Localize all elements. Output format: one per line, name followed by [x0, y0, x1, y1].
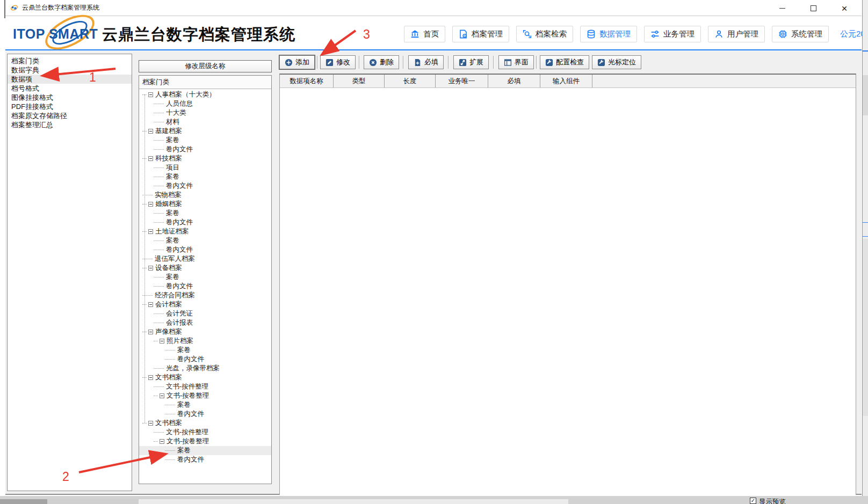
tree-node[interactable]: 科技档案: [139, 154, 271, 163]
tree-node[interactable]: 退伍军人档案: [139, 254, 271, 264]
collapse-icon[interactable]: [148, 229, 153, 234]
tree-node[interactable]: 卷内文件: [139, 355, 271, 364]
close-button[interactable]: ×: [837, 1, 852, 15]
sidebar-item[interactable]: PDF挂接格式: [8, 102, 132, 111]
toolbar-button-edit[interactable]: 修改: [320, 55, 356, 69]
tree-node[interactable]: 案卷: [139, 236, 271, 245]
tree-node-label: 卷内文件: [166, 245, 193, 254]
collapse-icon[interactable]: [160, 339, 164, 344]
tree-node[interactable]: 卷内文件: [139, 455, 271, 464]
sidebar-item[interactable]: 档案整理汇总: [8, 120, 132, 129]
collapse-icon[interactable]: [148, 266, 153, 271]
tree-node[interactable]: 案卷: [139, 209, 271, 218]
background-artifact: [863, 50, 868, 52]
collapse-icon[interactable]: [148, 92, 153, 97]
sidebar-item[interactable]: 档案原文存储路径: [8, 111, 132, 120]
tree-node[interactable]: 人员信息: [139, 99, 271, 108]
tree-node[interactable]: 婚姻档案: [139, 200, 271, 209]
toolbar-button-ui[interactable]: 界面: [498, 55, 534, 69]
tree-node[interactable]: 光盘，录像带档案: [139, 364, 271, 373]
collapse-icon[interactable]: [148, 129, 153, 134]
tree-node[interactable]: 卷内文件: [139, 218, 271, 227]
tree-connector-line: [142, 200, 147, 204]
nav-button-database[interactable]: 数据管理: [580, 26, 637, 42]
column-header-5[interactable]: 输入组件: [540, 75, 592, 87]
tree-node[interactable]: 文书档案: [139, 419, 271, 428]
tree-node[interactable]: 项目: [139, 163, 271, 172]
tree-node[interactable]: 案卷: [139, 136, 271, 145]
tree-node[interactable]: 十大类: [139, 108, 271, 118]
sidebar-item[interactable]: 档号格式: [8, 84, 132, 93]
column-header-0[interactable]: 数据项名称: [280, 75, 334, 87]
minimize-button[interactable]: [775, 1, 790, 15]
tree-node[interactable]: 人事档案（十大类）: [139, 90, 271, 99]
tree-node[interactable]: 案卷: [139, 273, 271, 282]
tree-node[interactable]: 卷内文件: [139, 410, 271, 419]
column-header-1[interactable]: 类型: [334, 75, 385, 87]
tree-node[interactable]: 会计档案: [139, 300, 271, 309]
rename-level-button[interactable]: 修改层级名称: [139, 60, 272, 72]
column-header-4[interactable]: 必填: [488, 75, 540, 87]
tree-connector-line: [154, 181, 164, 186]
delete-icon: [369, 59, 377, 67]
nav-button-home[interactable]: 首页: [404, 26, 445, 42]
tree-node[interactable]: 经济合同档案: [139, 291, 271, 300]
toolbar-button-delete[interactable]: 删除: [364, 55, 399, 69]
tree-node[interactable]: 文书档案: [139, 373, 271, 382]
tree-node[interactable]: 会计凭证: [139, 309, 271, 318]
collapse-icon[interactable]: [160, 393, 164, 398]
collapse-icon[interactable]: [148, 302, 153, 307]
tree-node[interactable]: 声像档案: [139, 327, 271, 337]
collapse-icon[interactable]: [160, 439, 164, 444]
toolbar-button-required[interactable]: 必填: [408, 55, 444, 69]
tree-node[interactable]: 卷内文件: [139, 145, 271, 154]
nav-button-user[interactable]: 用户管理: [708, 26, 765, 42]
tree-node[interactable]: 照片档案: [139, 337, 271, 346]
collapse-icon[interactable]: [148, 156, 153, 161]
collapse-icon[interactable]: [148, 202, 153, 207]
tree-panel-header: 档案门类: [139, 76, 271, 89]
background-artifact: [863, 75, 868, 115]
sidebar-item[interactable]: 档案门类: [8, 56, 132, 65]
column-header-3[interactable]: 业务唯一: [436, 75, 488, 87]
tree-node[interactable]: 材料: [139, 118, 271, 127]
tree-node[interactable]: 实物档案: [139, 191, 271, 200]
tree-node[interactable]: 会计报表: [139, 318, 271, 327]
sidebar-item[interactable]: 数据项: [8, 75, 132, 84]
tree-node[interactable]: 卷内文件: [139, 282, 271, 291]
tree-node[interactable]: 土地证档案: [139, 227, 271, 236]
tree-connector-line: [154, 382, 164, 387]
tree-node[interactable]: 案卷: [139, 446, 271, 455]
tree-connector-line: [154, 236, 164, 241]
toolbar-button-add[interactable]: 添加: [279, 55, 315, 69]
tree-node[interactable]: 文书-按件整理: [139, 428, 271, 437]
nav-button-business[interactable]: 业务管理: [644, 26, 701, 42]
tree-node[interactable]: 文书-按卷整理: [139, 391, 271, 400]
toolbar-button-cursor-locate[interactable]: 光标定位: [592, 55, 641, 69]
collapse-icon[interactable]: [148, 375, 153, 380]
tree-node[interactable]: 基建档案: [139, 127, 271, 136]
system-icon: [778, 30, 787, 39]
collapse-icon[interactable]: [148, 330, 153, 334]
nav-button-archive-search[interactable]: 档案检索: [516, 26, 573, 42]
toolbar-button-config-check[interactable]: 配置检查: [540, 55, 589, 69]
checkbox-checked-icon[interactable]: ✓: [750, 498, 756, 504]
tree-node[interactable]: 案卷: [139, 172, 271, 181]
column-header-2[interactable]: 长度: [385, 75, 436, 87]
tree-node[interactable]: 案卷: [139, 346, 271, 355]
sidebar-item[interactable]: 数据字典: [8, 65, 132, 75]
tree-node[interactable]: 案卷: [139, 400, 271, 410]
toolbar-button-extend[interactable]: 扩展: [453, 55, 489, 69]
nav-button-system[interactable]: 系统管理: [772, 26, 829, 42]
tree-node[interactable]: 卷内文件: [139, 245, 271, 254]
tree-node[interactable]: 文书-按件整理: [139, 382, 271, 391]
tree-node[interactable]: 文书-按卷整理: [139, 437, 271, 446]
maximize-button[interactable]: [806, 1, 821, 15]
sidebar-item[interactable]: 图像挂接格式: [8, 93, 132, 102]
toolbar-separator: [493, 56, 494, 69]
tree-node[interactable]: 卷内文件: [139, 181, 271, 191]
tree-node-label: 案卷: [166, 172, 179, 181]
collapse-icon[interactable]: [148, 421, 153, 426]
nav-button-archive-manage[interactable]: 档案管理: [452, 26, 509, 42]
tree-node[interactable]: 设备档案: [139, 264, 271, 273]
